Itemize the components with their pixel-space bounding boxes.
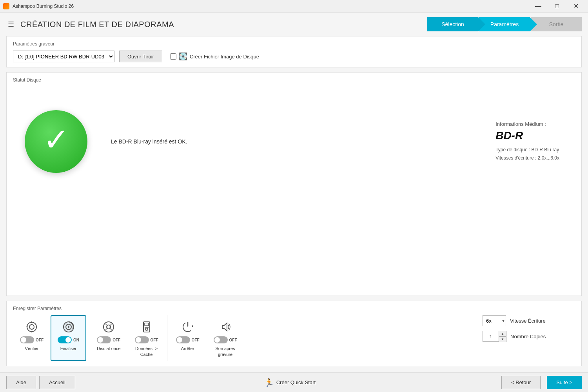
svg-point-10 xyxy=(103,322,114,332)
open-tray-button[interactable]: Ouvrir Tiroir xyxy=(119,51,162,62)
params-right: 6x 4x 2x ▼ Vitesse Écriture ▲ xyxy=(473,315,575,342)
finaliser-icon xyxy=(62,319,75,335)
copies-row: ▲ ▼ Nombre Copies xyxy=(483,331,575,342)
disc-type-label: Type de disque : BD-R Blu-ray xyxy=(495,146,559,154)
graveur-panel: Paramètres graveur D: [1:0] PIONEER BD-R… xyxy=(6,36,582,67)
statut-panel: Statut Disque ✓ Le BD-R Blu-ray inséré e… xyxy=(6,72,582,296)
svg-point-1 xyxy=(29,325,34,329)
option-disc-at-once[interactable]: OFF Disc at once xyxy=(90,315,128,361)
disc-at-once-label: Disc at once xyxy=(97,346,121,351)
params-title: Enregistrer Paramètres xyxy=(13,306,575,311)
donnees-cache-label: Données -> Cache xyxy=(135,346,158,357)
finaliser-toggle[interactable] xyxy=(58,336,72,343)
page-title: CRÉATION DE FILM ET DE DIAPORAMA xyxy=(20,20,174,29)
copies-input-container: ▲ ▼ xyxy=(483,331,506,342)
media-info-label: Informations Médium : xyxy=(495,121,559,127)
donnees-cache-toggle-row: OFF xyxy=(135,336,158,343)
option-donnees-cache[interactable]: OFF Données -> Cache xyxy=(128,315,165,361)
option-arreter[interactable]: OFF Arrêter xyxy=(169,315,207,361)
speed-row: 6x 4x 2x ▼ Vitesse Écriture xyxy=(483,315,575,326)
retour-button[interactable]: < Retour xyxy=(501,376,541,389)
main-area: ☰ CRÉATION DE FILM ET DE DIAPORAMA Sélec… xyxy=(0,13,588,392)
title-bar-left: Ashampoo Burning Studio 26 xyxy=(3,3,74,9)
copies-up-button[interactable]: ▲ xyxy=(499,331,506,336)
footer-right: < Retour Suite > xyxy=(501,376,582,389)
finaliser-toggle-row: ON xyxy=(58,336,79,343)
disc-at-once-toggle-row: OFF xyxy=(97,336,120,343)
hamburger-button[interactable]: ☰ xyxy=(6,18,16,30)
title-bar: Ashampoo Burning Studio 26 — □ ✕ xyxy=(0,0,588,13)
copies-down-button[interactable]: ▼ xyxy=(499,336,506,342)
footer-center: 🏃 Créer Quick Start xyxy=(78,376,501,389)
check-circle: ✓ xyxy=(25,110,87,173)
svg-rect-13 xyxy=(145,323,149,326)
statut-text: Le BD-R Blu-ray inséré est OK. xyxy=(111,138,187,145)
option-son-apres[interactable]: OFF Son après gravure xyxy=(207,315,244,361)
aide-button[interactable]: Aide xyxy=(6,376,36,389)
copies-label: Nombre Copies xyxy=(510,334,546,339)
verifier-label: Vérifier xyxy=(25,346,39,351)
quick-start-button[interactable]: 🏃 Créer Quick Start xyxy=(256,376,323,389)
write-speeds-label: Vitesses d'écriture : 2.0x...6.0x xyxy=(495,154,559,162)
disk-icon: 💽 xyxy=(179,52,187,61)
finaliser-label: Finaliser xyxy=(60,346,77,351)
option-finaliser[interactable]: ON Finaliser xyxy=(51,315,86,361)
arreter-label: Arrêter xyxy=(181,346,194,351)
speed-select[interactable]: 6x 4x 2x xyxy=(483,315,506,326)
header-left: ☰ CRÉATION DE FILM ET DE DIAPORAMA xyxy=(6,18,174,30)
suite-button[interactable]: Suite > xyxy=(547,376,582,389)
svg-point-0 xyxy=(27,322,36,332)
footer: Aide Accueil 🏃 Créer Quick Start < Retou… xyxy=(0,372,588,392)
statut-title: Statut Disque xyxy=(13,77,575,83)
verifier-toggle-row: OFF xyxy=(20,336,44,343)
drive-select[interactable]: D: [1:0] PIONEER BD-RW BDR-UD03 xyxy=(13,51,114,62)
disc-at-once-icon xyxy=(102,319,115,335)
wizard-nav: Sélection Paramètres Sortie xyxy=(427,17,582,31)
graveur-title: Paramètres graveur xyxy=(13,41,575,47)
wizard-step-selection[interactable]: Sélection xyxy=(427,17,478,31)
media-info: Informations Médium : BD-R Type de disqu… xyxy=(495,121,559,162)
params-panel: Enregistrer Paramètres xyxy=(6,301,582,366)
wizard-step-parametres[interactable]: Paramètres xyxy=(479,17,530,31)
content-area: Paramètres graveur D: [1:0] PIONEER BD-R… xyxy=(0,36,588,372)
create-image-row: 💽 Créer Fichier Image de Disque xyxy=(170,52,259,61)
app-title: Ashampoo Burning Studio 26 xyxy=(13,4,74,9)
wizard-step-sortie[interactable]: Sortie xyxy=(531,17,582,31)
accueil-button[interactable]: Accueil xyxy=(39,376,75,389)
disc-at-once-toggle[interactable] xyxy=(97,336,111,343)
create-image-label: Créer Fichier Image de Disque xyxy=(190,54,259,60)
params-content: OFF Vérifier xyxy=(13,315,575,361)
son-apres-icon xyxy=(219,319,232,335)
son-apres-toggle[interactable] xyxy=(214,336,228,343)
arreter-icon xyxy=(181,319,194,335)
graveur-row: D: [1:0] PIONEER BD-RW BDR-UD03 Ouvrir T… xyxy=(13,51,575,62)
copies-spinners: ▲ ▼ xyxy=(499,331,506,342)
header-bar: ☰ CRÉATION DE FILM ET DE DIAPORAMA Sélec… xyxy=(0,13,588,36)
arreter-toggle-row: OFF xyxy=(176,336,200,343)
son-apres-label: Son après gravure xyxy=(215,346,235,357)
copies-input[interactable] xyxy=(483,331,499,341)
title-bar-controls: — □ ✕ xyxy=(529,0,585,13)
son-apres-toggle-row: OFF xyxy=(214,336,237,343)
params-options: OFF Vérifier xyxy=(13,315,473,361)
svg-point-9 xyxy=(68,326,69,328)
arreter-toggle[interactable] xyxy=(176,336,190,343)
minimize-button[interactable]: — xyxy=(529,0,547,13)
donnees-cache-toggle[interactable] xyxy=(135,336,149,343)
media-type: BD-R xyxy=(495,129,559,142)
speed-label: Vitesse Écriture xyxy=(510,318,546,324)
option-verifier[interactable]: OFF Vérifier xyxy=(13,315,51,361)
statut-content: ✓ Le BD-R Blu-ray inséré est OK. Informa… xyxy=(13,87,575,196)
option-divider-2 xyxy=(167,315,167,361)
speed-select-container: 6x 4x 2x ▼ xyxy=(483,315,506,326)
close-button[interactable]: ✕ xyxy=(567,0,585,13)
quick-start-icon: 🏃 xyxy=(264,378,274,387)
verifier-icon xyxy=(25,319,38,335)
svg-point-14 xyxy=(145,328,148,330)
maximize-button[interactable]: □ xyxy=(548,0,566,13)
donnees-cache-icon xyxy=(140,319,153,335)
verifier-toggle[interactable] xyxy=(20,336,34,343)
app-icon xyxy=(3,3,9,9)
create-image-checkbox[interactable] xyxy=(170,53,176,60)
media-details: Type de disque : BD-R Blu-ray Vitesses d… xyxy=(495,146,559,162)
